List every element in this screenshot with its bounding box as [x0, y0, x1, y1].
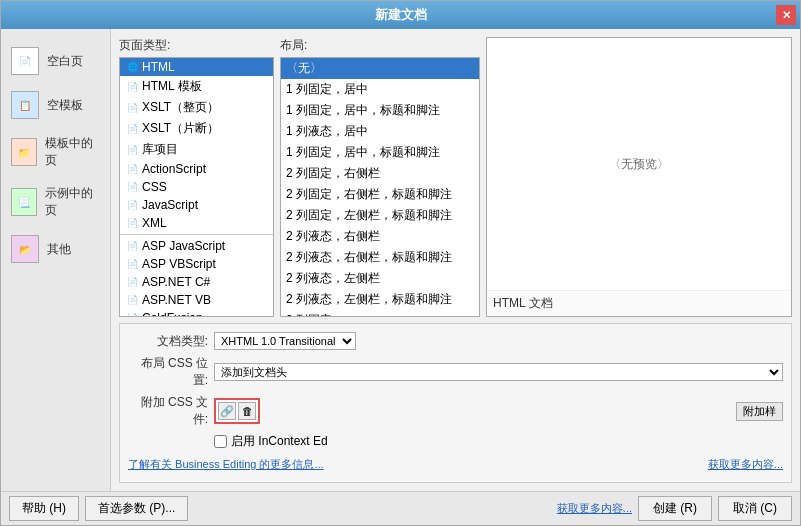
from-template-icon: 📁 [11, 138, 37, 166]
sidebar-label-sample-page: 示例中的页 [45, 185, 100, 219]
page-type-panel: 页面类型: 🌐HTML📄HTML 模板📄XSLT（整页）📄XSLT（片断）📄库项… [119, 37, 274, 317]
doc-type-label: HTML 文档 [487, 290, 791, 316]
prefs-button[interactable]: 首选参数 (P)... [85, 496, 188, 521]
layout-item[interactable]: 2 列液态，左侧栏 [281, 268, 479, 289]
page-type-item-icon: 📄 [125, 239, 139, 253]
page-type-item-label: ActionScript [142, 162, 206, 176]
create-button[interactable]: 创建 (R) [638, 496, 712, 521]
content-area: 📄 空白页 📋 空模板 📁 模板中的页 📃 示例中的页 📂 其他 [1, 29, 800, 491]
sidebar-item-blank-page[interactable]: 📄 空白页 [1, 39, 110, 83]
sidebar-label-blank-page: 空白页 [47, 53, 83, 70]
page-type-item-label: CSS [142, 180, 167, 194]
cancel-button[interactable]: 取消 (C) [718, 496, 792, 521]
bottom-right: 创建 (R) 取消 (C) [638, 496, 792, 521]
page-type-list[interactable]: 🌐HTML📄HTML 模板📄XSLT（整页）📄XSLT（片断）📄库项目📄Acti… [119, 57, 274, 317]
links-row: 了解有关 Business Editing 的更多信息... 获取更多内容... [128, 455, 783, 474]
layout-item[interactable]: 〈无〉 [281, 58, 479, 79]
page-type-item[interactable]: 📄HTML 模板 [120, 76, 273, 97]
layout-item[interactable]: 2 列固定，右侧栏，标题和脚注 [281, 184, 479, 205]
attach-css-link-icon[interactable]: 🔗 [218, 402, 236, 420]
sidebar-item-from-template[interactable]: 📁 模板中的页 [1, 127, 110, 177]
layout-css-setting-label: 布局 CSS 位置: [128, 355, 208, 389]
page-type-item-icon: 📄 [125, 311, 139, 317]
layout-css-select[interactable]: 添加到文档头新建文件链接到现有文件 [214, 363, 783, 381]
page-type-item-icon: 📄 [125, 198, 139, 212]
page-type-item[interactable]: 📄ColdFusion [120, 309, 273, 317]
settings-panel: 文档类型: XHTML 1.0 TransitionalXHTML 1.0 St… [119, 323, 792, 483]
page-type-item-icon: 📄 [125, 293, 139, 307]
page-type-item[interactable]: 📄XML [120, 214, 273, 232]
page-type-item[interactable]: 📄ASP.NET C# [120, 273, 273, 291]
page-type-item-label: HTML [142, 60, 175, 74]
other-icon: 📂 [11, 235, 39, 263]
page-type-item[interactable]: 📄ASP.NET VB [120, 291, 273, 309]
page-type-item[interactable]: 🌐HTML [120, 58, 273, 76]
incontext-row: 启用 InContext Ed [128, 433, 783, 450]
link2[interactable]: 获取更多内容... [708, 457, 783, 472]
help-button[interactable]: 帮助 (H) [9, 496, 79, 521]
sidebar-item-blank-template[interactable]: 📋 空模板 [1, 83, 110, 127]
incontext-checkbox[interactable] [214, 435, 227, 448]
page-type-item-icon: 📄 [125, 275, 139, 289]
page-type-item[interactable]: 📄ASP VBScript [120, 255, 273, 273]
layout-item[interactable]: 2 列液态，右侧栏 [281, 226, 479, 247]
attach-css-button[interactable]: 附加样 [736, 402, 783, 421]
sidebar-label-other: 其他 [47, 241, 71, 258]
page-type-item[interactable]: 📄ActionScript [120, 160, 273, 178]
sidebar-item-other[interactable]: 📂 其他 [1, 227, 110, 271]
sample-page-icon: 📃 [11, 188, 37, 216]
doc-type-select[interactable]: XHTML 1.0 TransitionalXHTML 1.0 StrictHT… [214, 332, 356, 350]
layout-item[interactable]: 1 列固定，居中，标题和脚注 [281, 100, 479, 121]
layout-item[interactable]: 2 列液态，左侧栏，标题和脚注 [281, 289, 479, 310]
sidebar-item-sample-page[interactable]: 📃 示例中的页 [1, 177, 110, 227]
layout-list[interactable]: 〈无〉1 列固定，居中1 列固定，居中，标题和脚注1 列液态，居中1 列固定，居… [280, 57, 480, 317]
page-type-item[interactable]: 📄JavaScript [120, 196, 273, 214]
panels-top: 页面类型: 🌐HTML📄HTML 模板📄XSLT（整页）📄XSLT（片断）📄库项… [119, 37, 792, 317]
doc-type-setting-label: 文档类型: [128, 333, 208, 350]
close-button[interactable]: ✕ [776, 5, 796, 25]
doc-type-control: XHTML 1.0 TransitionalXHTML 1.0 StrictHT… [214, 332, 783, 350]
page-type-item-label: XML [142, 216, 167, 230]
no-preview-text: 〈无预览〉 [609, 156, 669, 173]
page-type-item-icon: 📄 [125, 122, 139, 136]
layout-item[interactable]: 3 列固定 [281, 310, 479, 317]
layout-item[interactable]: 1 列固定，居中 [281, 79, 479, 100]
page-type-item-icon: 📄 [125, 101, 139, 115]
layout-item[interactable]: 2 列固定，左侧栏，标题和脚注 [281, 205, 479, 226]
layout-panel: 布局: 〈无〉1 列固定，居中1 列固定，居中，标题和脚注1 列液态，居中1 列… [280, 37, 480, 317]
page-type-item[interactable]: 📄库项目 [120, 139, 273, 160]
page-type-item-icon: 📄 [125, 162, 139, 176]
dialog-title: 新建文档 [375, 6, 427, 24]
get-more-link[interactable]: 获取更多内容... [557, 501, 632, 516]
layout-item[interactable]: 2 列液态，右侧栏，标题和脚注 [281, 247, 479, 268]
main-panels: 页面类型: 🌐HTML📄HTML 模板📄XSLT（整页）📄XSLT（片断）📄库项… [111, 29, 800, 491]
sidebar: 📄 空白页 📋 空模板 📁 模板中的页 📃 示例中的页 📂 其他 [1, 29, 111, 491]
page-type-item-icon: 📄 [125, 257, 139, 271]
page-type-item[interactable]: 📄XSLT（整页） [120, 97, 273, 118]
layout-css-control: 添加到文档头新建文件链接到现有文件 [214, 363, 783, 381]
attach-css-row: 附加 CSS 文件: 🔗 🗑 附加样 [128, 394, 783, 428]
page-type-item-label: HTML 模板 [142, 78, 202, 95]
page-type-item-label: ASP JavaScript [142, 239, 225, 253]
layout-css-row: 布局 CSS 位置: 添加到文档头新建文件链接到现有文件 [128, 355, 783, 389]
sidebar-label-blank-template: 空模板 [47, 97, 83, 114]
layout-item[interactable]: 1 列液态，居中 [281, 121, 479, 142]
layout-item[interactable]: 2 列固定，右侧栏 [281, 163, 479, 184]
page-type-item[interactable]: 📄CSS [120, 178, 273, 196]
new-document-dialog: 新建文档 ✕ 📄 空白页 📋 空模板 📁 模板中的页 📃 示例中的页 📂 [0, 0, 801, 526]
sidebar-label-from-template: 模板中的页 [45, 135, 100, 169]
incontext-checkbox-row: 启用 InContext Ed [214, 433, 328, 450]
page-type-item[interactable]: 📄ASP JavaScript [120, 237, 273, 255]
preview-area: 〈无预览〉 [487, 38, 791, 290]
page-type-item-label: ASP.NET VB [142, 293, 211, 307]
page-type-item-icon: 📄 [125, 180, 139, 194]
layout-item[interactable]: 1 列固定，居中，标题和脚注 [281, 142, 479, 163]
page-type-item-label: ASP VBScript [142, 257, 216, 271]
link1[interactable]: 了解有关 Business Editing 的更多信息... [128, 457, 324, 472]
page-type-item-icon: 📄 [125, 143, 139, 157]
attach-css-delete-icon[interactable]: 🗑 [238, 402, 256, 420]
page-type-item-label: JavaScript [142, 198, 198, 212]
preview-panel: 〈无预览〉 HTML 文档 [486, 37, 792, 317]
page-type-item[interactable]: 📄XSLT（片断） [120, 118, 273, 139]
layout-label: 布局: [280, 37, 480, 54]
